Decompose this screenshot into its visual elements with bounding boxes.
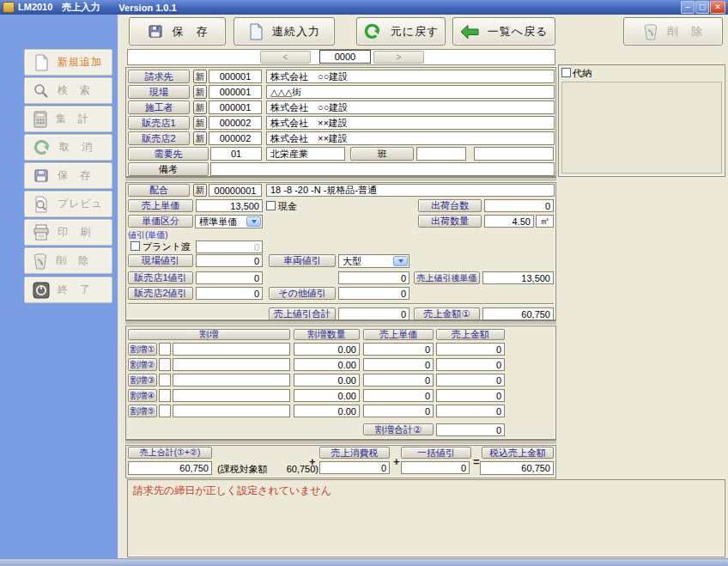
chevron-down-icon[interactable] <box>246 216 261 227</box>
group-button[interactable]: 班 <box>350 147 414 161</box>
dealer1-new-button[interactable]: 新 <box>193 116 207 130</box>
mix-code-field[interactable]: 00000001 <box>209 184 262 197</box>
contractor-name-field[interactable]: 株式会社 ○○建設 <box>266 100 555 114</box>
save-button[interactable]: 保 存 <box>129 17 226 46</box>
surcharge4-code-field[interactable] <box>159 389 171 402</box>
delete-button[interactable]: 削 除 <box>623 17 723 46</box>
sales-amount1-label-button[interactable]: 売上金額① <box>414 307 480 320</box>
dealer1-discount-label-button[interactable]: 販売店1値引 <box>128 271 193 284</box>
dealer1-code-field[interactable]: 000002 <box>209 116 262 130</box>
surcharge5-name-field[interactable] <box>173 405 290 417</box>
sales-amount1-field[interactable]: 60,750 <box>482 307 554 320</box>
surcharge5-unit-price-field[interactable]: 0 <box>363 405 434 417</box>
dainou-checkbox[interactable] <box>561 68 571 77</box>
vehicle-discount-label-button[interactable]: 車両値引 <box>269 254 336 267</box>
cash-checkbox[interactable] <box>266 201 276 210</box>
surcharge5-label-button[interactable]: 割増⑤ <box>128 405 157 417</box>
mix-label-button[interactable]: 配合 <box>128 184 190 197</box>
surcharge2-code-field[interactable] <box>159 358 171 371</box>
surcharge3-code-field[interactable] <box>159 374 171 386</box>
dealer2-name-field[interactable]: 株式会社 ××建設 <box>266 131 555 145</box>
contractor-label-button[interactable]: 施工者 <box>128 100 190 114</box>
vehicle-discount-amount-field[interactable]: 0 <box>338 271 410 284</box>
minimize-button[interactable]: – <box>681 1 695 14</box>
lump-discount-field[interactable]: 0 <box>401 461 470 474</box>
remarks-field[interactable] <box>210 162 555 176</box>
sidebar-item-aggregate[interactable]: 集 計 <box>24 106 112 132</box>
dealer1-label-button[interactable]: 販売店1 <box>128 116 190 130</box>
sidebar-item-exit[interactable]: 終 了 <box>24 277 112 303</box>
demand-extra1-field[interactable] <box>416 147 466 161</box>
surcharge-total-label-button[interactable]: 割増合計② <box>363 423 434 435</box>
sidebar-item-search[interactable]: 検 索 <box>24 77 112 104</box>
after-discount-price-label-button[interactable]: 売上値引後単価 <box>414 271 480 284</box>
site-discount-label-button[interactable]: 現場値引 <box>128 254 193 267</box>
surcharge1-label-button[interactable]: 割増① <box>128 343 157 356</box>
surcharge2-amount-field[interactable]: 0 <box>436 358 505 371</box>
total-incl-tax-label-button[interactable]: 税込売上金額 <box>482 447 554 459</box>
other-discount-field[interactable]: 0 <box>338 287 410 300</box>
surcharge3-amount-field[interactable]: 0 <box>436 374 505 386</box>
surcharge2-qty-field[interactable]: 0.00 <box>294 358 360 371</box>
surcharge2-name-field[interactable] <box>173 358 290 371</box>
contractor-code-field[interactable]: 000001 <box>209 100 262 114</box>
sales-tax-label-button[interactable]: 売上消費税 <box>319 447 390 459</box>
ship-count-field[interactable]: 0 <box>484 199 554 212</box>
contractor-new-button[interactable]: 新 <box>193 100 207 114</box>
surcharge1-amount-field[interactable]: 0 <box>436 343 505 356</box>
plant-discount-field[interactable]: 0 <box>196 240 263 253</box>
lump-discount-label-button[interactable]: 一括値引 <box>401 447 471 459</box>
surcharge5-qty-field[interactable]: 0.00 <box>294 405 360 417</box>
demand-label-button[interactable]: 需要先 <box>128 147 209 161</box>
next-record-button[interactable]: > <box>373 51 424 64</box>
sales-sum-field[interactable]: 60,750 <box>128 461 212 475</box>
mix-new-button[interactable]: 新 <box>193 184 207 197</box>
dainou-list-box[interactable] <box>561 82 722 173</box>
mix-spec-field[interactable]: 18 -8 -20 -N -規格品-普通 <box>266 184 555 197</box>
surcharge4-label-button[interactable]: 割増④ <box>128 389 157 402</box>
surcharge4-qty-field[interactable]: 0.00 <box>294 389 360 402</box>
surcharge5-amount-field[interactable]: 0 <box>436 405 505 417</box>
record-number-field[interactable]: 0000 <box>319 50 371 64</box>
price-class-label-button[interactable]: 単価区分 <box>128 215 193 228</box>
dealer2-code-field[interactable]: 000002 <box>209 131 262 145</box>
billing-to-code-field[interactable]: 000001 <box>209 70 262 83</box>
site-label-button[interactable]: 現場 <box>128 85 190 99</box>
other-discount-label-button[interactable]: その他値引 <box>269 287 336 300</box>
dealer1-discount-field[interactable]: 0 <box>196 271 263 284</box>
sidebar-item-new[interactable]: 新規追加 <box>24 49 112 76</box>
dealer2-discount-field[interactable]: 0 <box>196 287 263 300</box>
prev-record-button[interactable]: < <box>260 51 311 64</box>
sidebar-item-cancel[interactable]: 取 消 <box>24 134 112 161</box>
after-discount-price-field[interactable]: 13,500 <box>482 271 554 284</box>
close-button[interactable]: ✕ <box>710 1 725 14</box>
site-new-button[interactable]: 新 <box>193 85 207 99</box>
demand-extra2-field[interactable] <box>474 147 554 161</box>
discount-total-field[interactable]: 0 <box>338 307 410 320</box>
total-incl-tax-field[interactable]: 60,750 <box>480 461 554 475</box>
dealer1-name-field[interactable]: 株式会社 ××建設 <box>266 116 555 130</box>
maximize-button[interactable]: ▢ <box>695 1 709 14</box>
ship-qty-field[interactable]: 4.50 <box>484 215 534 228</box>
site-discount-field[interactable]: 0 <box>196 254 263 267</box>
vehicle-discount-dropdown[interactable]: 大型 <box>338 254 410 268</box>
surcharge2-unit-price-field[interactable]: 0 <box>363 358 434 371</box>
sales-tax-field[interactable]: 0 <box>319 461 390 474</box>
surcharge-total-field[interactable]: 0 <box>436 423 505 436</box>
surcharge4-amount-field[interactable]: 0 <box>436 389 505 402</box>
undo-button[interactable]: 元に戻す <box>356 17 446 46</box>
back-to-list-button[interactable]: 一覧へ戻る <box>452 17 555 46</box>
sidebar-item-save[interactable]: 保 存 <box>24 162 112 189</box>
surcharge4-unit-price-field[interactable]: 0 <box>363 389 434 402</box>
surcharge3-label-button[interactable]: 割増③ <box>128 374 157 386</box>
remarks-label-button[interactable]: 備考 <box>128 162 209 176</box>
surcharge3-name-field[interactable] <box>173 374 290 386</box>
unit-price-label-button[interactable]: 売上単価 <box>128 199 193 212</box>
billing-to-new-button[interactable]: 新 <box>193 70 207 83</box>
ship-count-label-button[interactable]: 出荷台数 <box>418 199 482 212</box>
sidebar-item-preview[interactable]: プレビュ <box>24 191 112 217</box>
demand-code-field[interactable]: 01 <box>210 147 262 161</box>
sales-sum-label-button[interactable]: 売上合計(①+②) <box>128 447 212 459</box>
billing-to-name-field[interactable]: 株式会社 ○○建設 <box>266 70 555 83</box>
surcharge1-unit-price-field[interactable]: 0 <box>363 343 434 356</box>
